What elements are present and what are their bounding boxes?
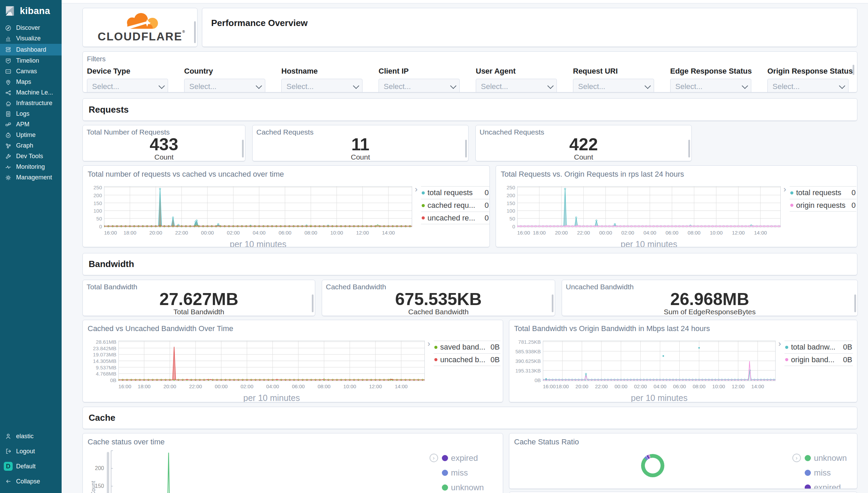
- legend-collapse-icon[interactable]: ›: [427, 341, 434, 402]
- x-axis-tick: 20:00: [149, 230, 162, 236]
- chart-canvas[interactable]: [517, 186, 781, 227]
- y-axis-tick: 4.768MB: [96, 371, 116, 377]
- chevron-down-icon: [158, 83, 165, 89]
- x-axis-tick: 06:00: [279, 230, 292, 236]
- legend-collapse-icon[interactable]: ›: [430, 454, 438, 462]
- sidebar-item-canvas[interactable]: Canvas: [0, 66, 62, 77]
- panel-scrollbar[interactable]: [552, 294, 553, 312]
- legend-item-uncached-re-[interactable]: uncached re... 0: [421, 212, 489, 224]
- chevron-down-icon: [450, 83, 456, 89]
- x-axis-tick: 00:00: [615, 383, 628, 389]
- sidebar-item-monitoring[interactable]: Monitoring: [0, 162, 62, 172]
- filter-placeholder: Select...: [773, 82, 839, 91]
- panel-scrollbar[interactable]: [194, 21, 196, 43]
- kibana-logo[interactable]: kibana: [0, 0, 62, 22]
- legend-item-unknown[interactable]: › unknown: [805, 451, 847, 465]
- sidebar-item-infrastructure[interactable]: Infrastructure: [0, 98, 62, 109]
- sidebar-item-dashboard[interactable]: Dashboard: [0, 44, 62, 55]
- requests-section-header: Requests: [82, 98, 857, 121]
- kibana-wordmark: kibana: [20, 6, 50, 16]
- panel-scrollbar[interactable]: [688, 140, 690, 157]
- legend-item-expired[interactable]: expired: [805, 480, 847, 489]
- sidebar-footer-label: Collapse: [16, 478, 40, 485]
- x-axis-tick: 04:00: [253, 230, 266, 236]
- legend-item-miss[interactable]: miss: [442, 465, 491, 480]
- cloudflare-logo-panel: CLOUDFLARE®: [82, 8, 197, 47]
- filter-label: Edge Response Status: [670, 67, 751, 76]
- x-axis-tick: 08:00: [318, 383, 331, 389]
- legend-collapse-icon[interactable]: ›: [415, 186, 421, 247]
- y-axis-tick: 50: [509, 216, 515, 222]
- filter-select-client-ip[interactable]: Select...: [379, 79, 460, 92]
- filter-select-hostname[interactable]: Select...: [281, 79, 362, 92]
- sidebar-item-label: Maps: [16, 78, 31, 86]
- sidebar-item-apm[interactable]: APM: [0, 119, 62, 130]
- panel-scrollbar[interactable]: [242, 140, 244, 157]
- legend-item-total-badnw-[interactable]: total badnw... 0B: [784, 341, 853, 353]
- legend-item-saved-band-[interactable]: saved band... 0B: [434, 341, 500, 353]
- filter-select-country[interactable]: Select...: [184, 79, 265, 92]
- chart-plot-area[interactable]: [104, 186, 412, 229]
- y-axis-tick: 100: [93, 208, 102, 214]
- sidebar-footer-default[interactable]: DDefault: [0, 459, 62, 474]
- panel-scrollbar[interactable]: [854, 294, 856, 312]
- panel-scrollbar[interactable]: [465, 140, 467, 157]
- chart-plot-area[interactable]: [543, 341, 776, 382]
- legend-item-expired[interactable]: › expired: [442, 451, 491, 465]
- filter-select-request-uri[interactable]: Select...: [573, 79, 654, 92]
- legend-item-origin-band-[interactable]: origin band... 0B: [784, 353, 853, 366]
- sidebar-item-management[interactable]: Management: [0, 172, 62, 183]
- legend-dot-icon: [434, 346, 437, 349]
- x-axis-tick: 00:00: [215, 383, 228, 389]
- chart-x-axis-label: per 10 minutes: [517, 239, 781, 247]
- x-axis-tick: 02:00: [227, 230, 240, 236]
- legend-collapse-icon[interactable]: ›: [778, 341, 784, 402]
- y-axis-tick: 0: [512, 224, 515, 229]
- user-icon: [5, 433, 12, 440]
- panel-scrollbar[interactable]: [853, 65, 854, 75]
- y-axis-tick: 14.305MB: [93, 358, 116, 364]
- sidebar-footer-logout[interactable]: Logout: [0, 444, 62, 459]
- sidebar-item-discover[interactable]: Discover: [0, 23, 62, 33]
- chart-canvas[interactable]: [118, 341, 425, 381]
- filter-select-user-agent[interactable]: Select...: [476, 79, 557, 92]
- sidebar-item-dev-tools[interactable]: Dev Tools: [0, 151, 62, 162]
- chart-plot-area[interactable]: [517, 186, 781, 229]
- chart-canvas[interactable]: [543, 341, 776, 381]
- sidebar-footer-collapse[interactable]: Collapse: [0, 474, 62, 489]
- chart-canvas[interactable]: [111, 449, 426, 493]
- sidebar-item-logs[interactable]: Logs: [0, 109, 62, 119]
- sidebar-item-timelion[interactable]: Timelion: [0, 55, 62, 66]
- panel-scrollbar[interactable]: [107, 452, 109, 493]
- filter-select-edge-response-status[interactable]: Select...: [670, 79, 751, 92]
- maps-icon: [5, 79, 12, 86]
- legend-series-name: origin requests: [796, 201, 849, 210]
- legend-item-origin-requests[interactable]: origin requests 0: [790, 199, 856, 212]
- legend-item-unknown[interactable]: unknown: [442, 480, 491, 493]
- sidebar-item-maps[interactable]: Maps: [0, 77, 62, 87]
- sidebar-footer-elastic[interactable]: elastic: [0, 429, 62, 444]
- chart-title: Cache status over time: [83, 433, 503, 446]
- sidebar-item-uptime[interactable]: Uptime: [0, 130, 62, 140]
- cloudflare-cloud-icon: [114, 11, 166, 32]
- requests-metrics-row: Total Number of Requests 433 Count Cache…: [82, 125, 857, 161]
- chart-plot-area[interactable]: [111, 449, 426, 493]
- legend-item-total-requests[interactable]: total requests 0: [421, 186, 489, 199]
- legend-collapse-icon[interactable]: ›: [792, 454, 801, 462]
- panel-scrollbar[interactable]: [312, 294, 314, 312]
- legend-item-cached-requ-[interactable]: cached requ... 0: [421, 199, 489, 212]
- cache-status-ratio-donut[interactable]: [641, 454, 664, 477]
- sidebar-item-machine-le[interactable]: Machine Le...: [0, 87, 62, 98]
- sidebar-item-visualize[interactable]: Visualize: [0, 33, 62, 44]
- legend-item-total-requests[interactable]: total requests 0: [790, 186, 856, 199]
- section-title-bandwidth: Bandwidth: [89, 259, 134, 269]
- y-axis-tick: 200: [507, 192, 515, 198]
- legend-collapse-icon[interactable]: ›: [783, 186, 790, 247]
- legend-item-uncached-b-[interactable]: uncached b... 0B: [434, 353, 500, 366]
- sidebar-item-graph[interactable]: Graph: [0, 140, 62, 151]
- filter-select-origin-response-status[interactable]: Select...: [767, 79, 848, 92]
- chart-canvas[interactable]: [104, 186, 412, 227]
- filter-select-device-type[interactable]: Select...: [87, 79, 168, 92]
- chart-plot-area[interactable]: [118, 341, 425, 382]
- legend-item-miss[interactable]: miss: [805, 465, 847, 480]
